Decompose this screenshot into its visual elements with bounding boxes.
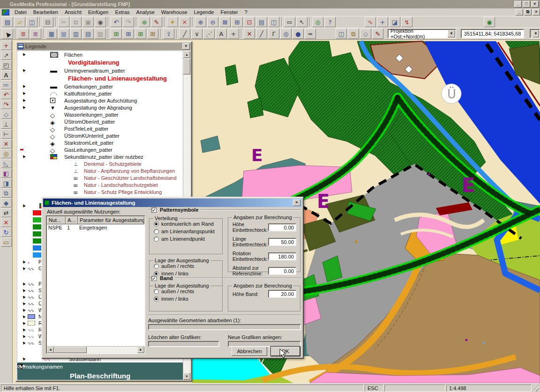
legend-item[interactable]: Natur - Geschützter Landschaftsbestand bbox=[17, 174, 183, 181]
table-body[interactable]: NSPE1Eingetragen bbox=[47, 224, 144, 346]
zoom-out-button[interactable]: ⊖ bbox=[207, 17, 218, 27]
legend-item[interactable]: ▲Sekundärnutz_patter über nutzbez bbox=[17, 153, 183, 160]
hscroll-thumb[interactable] bbox=[54, 347, 87, 353]
split-feature-button[interactable]: ✕ bbox=[244, 29, 255, 39]
insert-polyline-button[interactable]: ∨ bbox=[191, 29, 202, 39]
menu-extras[interactable]: Extras bbox=[112, 9, 133, 15]
select-polygon-button[interactable]: ◺ bbox=[1, 159, 12, 168]
legend-item[interactable]: ▲Gemarkungen_patter bbox=[17, 83, 183, 90]
offset-tee-button[interactable]: ⊥ bbox=[1, 119, 12, 129]
save-button[interactable]: ◫ bbox=[26, 17, 38, 27]
coordinate-readout[interactable]: 3515411,84; 5418345,68 bbox=[461, 29, 524, 38]
scroll-left-icon[interactable]: ◄ bbox=[47, 347, 54, 353]
filter-button[interactable]: ▨ bbox=[95, 29, 106, 39]
legend-item[interactable]: Denkmal - Schutzgebiete bbox=[17, 160, 183, 167]
properties-button[interactable]: ≔ bbox=[284, 17, 295, 27]
legend-selected-heading[interactable]: Plan-Beschriftung bbox=[17, 370, 183, 380]
menu-einfgen[interactable]: Einfügen bbox=[85, 9, 112, 15]
radio-kontinuierlich-am-rand[interactable]: kontinuierlich am Rand bbox=[154, 221, 222, 227]
minimize-button[interactable]: _ bbox=[514, 1, 522, 7]
locate-button[interactable]: ◉ bbox=[484, 17, 495, 27]
legend-item[interactable]: ÜStromOberird_patter bbox=[17, 118, 183, 125]
line-style-button[interactable]: ◨ bbox=[1, 178, 12, 188]
cut-button[interactable]: ✂ bbox=[58, 17, 69, 27]
paste-button[interactable]: ▣ bbox=[82, 17, 94, 27]
table-hscrollbar[interactable]: ◄ ► bbox=[47, 346, 144, 353]
edit-polygon-button[interactable]: ◇ bbox=[1, 110, 12, 119]
field-value-input[interactable]: 0.00 bbox=[268, 223, 296, 231]
sort-ascending-button[interactable]: ▥ bbox=[70, 29, 82, 39]
copy-button[interactable]: ⧉ bbox=[70, 17, 82, 27]
radio-innen-links[interactable]: innen / links bbox=[154, 296, 222, 302]
insert-symbol-button[interactable]: ⊞ bbox=[135, 29, 146, 39]
warehouse-wizard-button[interactable]: ✎ bbox=[151, 17, 162, 27]
legend-item[interactable]: ▲Flächen bbox=[17, 51, 183, 58]
menu-?[interactable]: ? bbox=[241, 9, 251, 15]
field-value-input[interactable]: 0.00 bbox=[268, 267, 296, 275]
scroll-up-icon[interactable]: ▲ bbox=[183, 51, 190, 58]
parallel-line-button[interactable]: ═ bbox=[305, 29, 316, 39]
insert-line-button[interactable]: ╱ bbox=[179, 29, 190, 39]
child-restore-button[interactable]: ⧉ bbox=[524, 9, 532, 15]
insert-text-button[interactable]: A bbox=[1, 70, 12, 80]
zoom-rectangle-button[interactable]: ⊠ bbox=[219, 17, 231, 27]
edit-geometry-button[interactable]: ∿ bbox=[365, 17, 376, 27]
insert-point-button[interactable]: + bbox=[228, 29, 239, 39]
attribute-table-button[interactable]: ▦ bbox=[46, 29, 57, 39]
menu-datei[interactable]: Datei bbox=[11, 9, 30, 15]
legend-item[interactable]: Natur - Anpflanzung von Bepflanzungen bbox=[17, 167, 183, 174]
legend-item[interactable]: ▲Kaltluftströme_patter bbox=[17, 90, 183, 97]
merge-button[interactable]: ◆ bbox=[1, 198, 12, 207]
resize-grip[interactable] bbox=[532, 385, 539, 392]
legend-item[interactable]: ▲Umringverwaltraum_patter bbox=[17, 67, 183, 74]
legend-item[interactable]: Natur - Schutz Pflege Entwicklung bbox=[17, 188, 183, 195]
refresh-button[interactable]: ↻ bbox=[1, 228, 12, 237]
close-button[interactable]: × bbox=[531, 1, 539, 7]
field-value-input[interactable]: 50.00 bbox=[268, 238, 296, 246]
band-checkbox[interactable]: ✓ bbox=[151, 276, 157, 281]
select-by-area-button[interactable]: ◇ bbox=[360, 29, 371, 39]
redline-button[interactable]: ✕ bbox=[179, 17, 190, 27]
new-document-button[interactable]: ▤ bbox=[2, 17, 13, 27]
dialog-title-bar[interactable]: Flächen- und Linienausgestaltung × bbox=[43, 199, 302, 207]
snap-target-button[interactable]: ◎ bbox=[1, 149, 12, 158]
legend-properties-button[interactable]: ≣ bbox=[18, 29, 29, 39]
table-column-header[interactable]: A... bbox=[66, 216, 78, 224]
legend-item[interactable]: ÜStromKUnterird_patter bbox=[17, 132, 183, 139]
select-set-button[interactable]: ◰ bbox=[1, 60, 12, 70]
fill-style-button[interactable]: ◧ bbox=[1, 169, 12, 178]
table-column-header[interactable]: Parameter für Ausgestaltung bbox=[78, 216, 144, 224]
title-bar[interactable]: GeoMedia Professional - [Grunddarstellun… bbox=[0, 0, 540, 8]
copy-parallel-button[interactable]: ⧉ bbox=[1, 188, 12, 198]
sketch-button[interactable]: ✎ bbox=[372, 29, 383, 39]
menu-warehouse[interactable]: Warehouse bbox=[158, 9, 191, 15]
redo-button[interactable]: ↷ bbox=[123, 17, 134, 27]
delete-button[interactable]: ✕ bbox=[1, 218, 12, 227]
spatial-note-button[interactable]: ◫ bbox=[336, 29, 347, 39]
chevron-down-icon[interactable]: ▼ bbox=[532, 30, 539, 37]
insert-label-button[interactable]: ≔ bbox=[1, 80, 12, 89]
field-value-input[interactable]: 20.00 bbox=[268, 290, 296, 298]
sort-descending-button[interactable]: ▤ bbox=[82, 29, 94, 39]
cancel-button[interactable]: Abbrechen bbox=[232, 347, 267, 356]
child-close-button[interactable]: × bbox=[532, 9, 540, 15]
fit-all-button[interactable]: ⊞ bbox=[232, 17, 243, 27]
radio-am-linienendpunkt[interactable]: am Linienendpunkt bbox=[154, 236, 222, 242]
redigitize-button[interactable]: ↯ bbox=[401, 17, 412, 27]
wizard-button[interactable]: ✦ bbox=[167, 17, 178, 27]
insert-area-button[interactable]: ⊞ bbox=[123, 29, 134, 39]
menu-fenster[interactable]: Fenster bbox=[217, 9, 241, 15]
menu-analyse[interactable]: Analyse bbox=[133, 9, 158, 15]
insert-image-button[interactable]: ⊞ bbox=[147, 29, 158, 39]
insert-text-button[interactable]: A bbox=[216, 29, 227, 39]
geoworkspace-connections-button[interactable]: ⊛ bbox=[139, 17, 150, 27]
legend-item[interactable]: GasLeitungen_patter bbox=[17, 146, 183, 153]
legend-item[interactable]: Wasserleitungen_patter bbox=[17, 111, 183, 118]
usages-table[interactable]: Nut...A...Parameter für Ausgestaltung NS… bbox=[46, 215, 145, 354]
table-column-header[interactable]: Nut... bbox=[47, 216, 66, 224]
measure-button[interactable]: ▭ bbox=[1, 237, 12, 247]
radio-am-linienanfangspunkt[interactable]: am Linienanfangspunkt bbox=[154, 229, 222, 234]
pattern-checkbox[interactable]: ✓ bbox=[151, 207, 157, 213]
scroll-down-icon[interactable]: ▼ bbox=[183, 373, 190, 380]
menu-legende[interactable]: Legende bbox=[191, 9, 218, 15]
